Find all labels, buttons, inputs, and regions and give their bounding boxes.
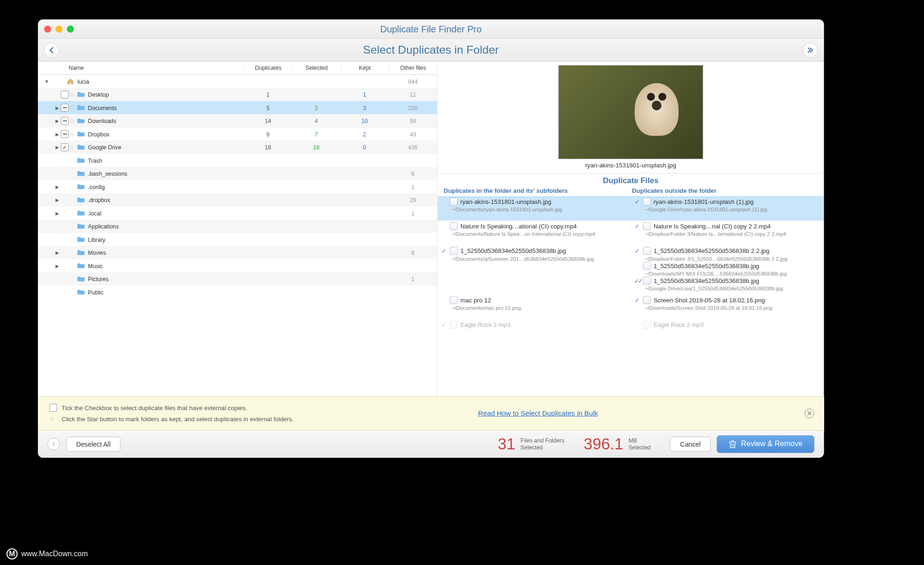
duplicate-row[interactable]: Nature Is Speaking…ational (CI) copy.mp4… xyxy=(438,221,824,245)
tree-row[interactable]: ▶ ☆ Downloads 14 4 10 58 xyxy=(38,114,437,128)
star-button[interactable]: ☆ xyxy=(69,143,77,151)
tree-row[interactable]: ▶ Movies 8 xyxy=(38,246,437,259)
select-checkmark[interactable]: ✓ xyxy=(441,321,447,328)
tree-row[interactable]: Applications xyxy=(38,220,437,233)
duplicate-row[interactable]: mac pro 12 ~/Documents/mac pro 12.png ✓ … xyxy=(438,295,824,319)
select-checkmark[interactable]: ✓ xyxy=(634,247,640,254)
size-label-2: Selected xyxy=(629,444,651,451)
tree-row[interactable]: ☆ Desktop 1 1 11 xyxy=(38,88,437,101)
row-name: .bash_sessions xyxy=(88,170,244,177)
disclosure-triangle[interactable]: ▶ xyxy=(54,184,61,190)
col-selected[interactable]: Selected xyxy=(292,65,341,71)
minimize-icon[interactable] xyxy=(55,25,62,32)
deselect-all-button[interactable]: Deselect All xyxy=(66,437,121,452)
hint-link[interactable]: Read How to Select Duplicates in Bulk xyxy=(478,410,598,418)
tree-row[interactable]: Pictures 1 xyxy=(38,272,437,286)
star-button[interactable]: ☆ xyxy=(69,117,77,125)
select-checkmark[interactable]: ✓ xyxy=(634,296,640,303)
tree-row[interactable]: ▶ .dropbox 29 xyxy=(38,193,437,207)
row-name: Music xyxy=(88,263,244,269)
star-button[interactable]: ☆ xyxy=(69,104,77,111)
file-icon xyxy=(643,247,651,255)
col-other[interactable]: Other files xyxy=(389,65,437,71)
folder-icon xyxy=(77,104,86,111)
disclosure-triangle[interactable]: ▶ xyxy=(54,263,61,269)
duplicate-row[interactable]: ryan-akins-1531801-unsplash.jpg ~/Docume… xyxy=(438,196,824,221)
tree-row[interactable]: Library xyxy=(38,233,437,246)
tree-row[interactable]: Public xyxy=(38,286,437,299)
col-name[interactable]: Name xyxy=(38,65,244,71)
cancel-button[interactable]: Cancel xyxy=(670,437,710,452)
file-icon xyxy=(643,277,651,285)
file-path: ~/Downloads/MY MIX FOLDE…536834e52550d53… xyxy=(645,270,820,276)
row-checkbox[interactable] xyxy=(61,117,68,125)
file-icon xyxy=(643,321,651,329)
select-checkmark[interactable]: ✓ xyxy=(634,223,640,230)
hint-line-1: Tick the Checkbox to select duplicate fi… xyxy=(61,404,247,411)
tree-row[interactable]: Trash xyxy=(38,154,437,167)
disclosure-triangle[interactable]: ▶ xyxy=(54,210,61,216)
preview-image[interactable] xyxy=(558,65,704,159)
duplicate-row[interactable]: ✓ 1_52550d536834e52550d536838b.jpg ~/Doc… xyxy=(438,245,824,294)
close-icon[interactable] xyxy=(44,25,51,32)
star-button[interactable]: ☆ xyxy=(69,91,77,98)
close-icon xyxy=(807,411,812,416)
disclosure-triangle[interactable]: ▶ xyxy=(54,144,61,150)
close-hint-button[interactable] xyxy=(805,409,814,418)
file-name: 1_52550d536834e52550d536838b.jpg xyxy=(460,247,566,254)
back-button[interactable] xyxy=(44,43,59,57)
zoom-icon[interactable] xyxy=(67,25,74,32)
info-button[interactable]: i xyxy=(48,438,60,450)
disclosure-triangle[interactable]: ▼ xyxy=(43,79,50,84)
file-name: mac pro 12 xyxy=(460,296,491,303)
disclosure-triangle[interactable]: ▶ xyxy=(54,197,61,203)
row-other: 8 xyxy=(389,249,437,256)
tree-row[interactable]: ▶ .local 1 xyxy=(38,207,437,220)
star-button[interactable]: ☆ xyxy=(69,130,77,138)
row-name: Desktop xyxy=(88,91,244,98)
star-icon: ☆ xyxy=(49,415,57,423)
file-path: ~/Downloads/Screen Shot 2019-05-28 at 18… xyxy=(645,305,820,311)
tree-row[interactable]: ▼ lucia 844 xyxy=(38,75,437,88)
row-name: Movies xyxy=(88,249,244,256)
folder-tree[interactable]: ▼ lucia 844 ☆ Desktop 1 1 11 ▶ ☆ Documen… xyxy=(38,75,437,396)
col-kept[interactable]: Kept xyxy=(341,65,389,71)
tree-row[interactable]: ▶ Music xyxy=(38,259,437,273)
folder-icon xyxy=(77,170,86,178)
row-other: 29 xyxy=(389,197,437,203)
row-checkbox[interactable] xyxy=(61,143,68,151)
row-name: Documents xyxy=(88,104,244,111)
file-path: ~/Dropbox/Folder 3/Nature Is…ternational… xyxy=(645,231,820,237)
tree-row[interactable]: ▶ ☆ Google Drive 18 18 0 436 xyxy=(38,141,437,154)
row-kept: 2 xyxy=(341,131,389,137)
row-checkbox[interactable] xyxy=(61,91,68,98)
folder-icon xyxy=(77,196,86,204)
review-remove-label: Review & Remove xyxy=(741,440,802,448)
row-other: 436 xyxy=(389,144,437,150)
site-url: www.MacDown.com xyxy=(21,550,88,558)
col-duplicates[interactable]: Duplicates xyxy=(244,65,293,71)
tree-row[interactable]: ▶ .config 1 xyxy=(38,180,437,194)
row-name: Downloads xyxy=(88,117,244,124)
row-checkbox[interactable] xyxy=(61,104,68,111)
tree-row[interactable]: ▶ ☆ Documents 5 2 3 200 xyxy=(38,101,437,115)
disclosure-triangle[interactable]: ▶ xyxy=(54,105,61,111)
disclosure-triangle[interactable]: ▶ xyxy=(54,250,61,255)
row-checkbox[interactable] xyxy=(61,130,68,138)
file-path: ~/Documents/q/Summer 201…d536834e52550d5… xyxy=(452,256,627,262)
select-checkmark[interactable]: ✓ xyxy=(441,247,447,254)
tree-row[interactable]: ▶ ☆ Dropbox 9 7 2 43 xyxy=(38,128,437,141)
review-remove-button[interactable]: Review & Remove xyxy=(717,436,814,453)
disclosure-triangle[interactable]: ▶ xyxy=(54,131,61,137)
select-checkmark[interactable]: ✓ xyxy=(634,198,640,205)
files-count-label-1: Files and Folders xyxy=(520,437,564,444)
duplicate-list[interactable]: ryan-akins-1531801-unsplash.jpg ~/Docume… xyxy=(438,196,824,394)
forward-button[interactable] xyxy=(803,43,818,57)
disclosure-triangle[interactable]: ▶ xyxy=(54,118,61,123)
row-other: 6 xyxy=(389,170,437,177)
tree-row[interactable]: .bash_sessions 6 xyxy=(38,167,437,180)
folder-icon xyxy=(77,222,86,230)
duplicate-row[interactable]: ✓ Eagle Rock 2 mp3 Eagle Rock 2 mp3 xyxy=(438,319,824,344)
file-name: Screen Shot 2019-05-28 at 18.02.16.png xyxy=(654,296,765,303)
select-checkmark[interactable]: ✓✓ xyxy=(634,277,640,284)
